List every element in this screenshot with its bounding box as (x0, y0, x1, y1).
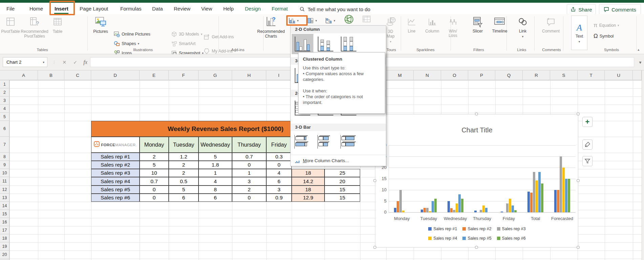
embedded-chart[interactable]: Chart Title 051015202530MondayTuesdayWed… (375, 114, 578, 247)
insert-waterfall-chart-button[interactable]: ▾ (325, 17, 335, 24)
row-header-1[interactable]: 1 (0, 80, 9, 88)
timeline-button[interactable]: Timeline (488, 16, 512, 34)
name-box[interactable]: Chart 2 ▾ (3, 57, 47, 67)
shapes-button[interactable]: Shapes▾ (114, 40, 139, 47)
value-cell[interactable]: 3 (266, 186, 292, 194)
row-header-9[interactable]: 9 (0, 161, 9, 169)
value-cell[interactable]: 0 (232, 161, 266, 169)
value-cell[interactable]: 4 (266, 169, 292, 177)
value-cell[interactable]: 2 (169, 161, 199, 169)
row-header-4[interactable]: 4 (0, 105, 9, 113)
3d-stacked-100-bar-option[interactable] (338, 132, 359, 152)
column-header-F[interactable]: F (169, 70, 199, 80)
chart-title[interactable]: Chart Title (375, 126, 579, 134)
column-header-M[interactable]: M (386, 70, 414, 80)
value-cell[interactable]: 2 (169, 169, 199, 177)
chart-selection-handle[interactable] (373, 179, 376, 182)
column-header-U[interactable]: U (605, 70, 633, 80)
insert-maps-button[interactable] (344, 16, 354, 23)
rep-label-cell[interactable]: Sales rep #2 (91, 161, 140, 169)
pivottable-button[interactable]: PivotTable (1, 16, 20, 34)
symbol-button[interactable]: ΩSymbol (594, 32, 614, 40)
vertical-scrollbar[interactable] (642, 70, 644, 260)
column-header-B[interactable]: B (38, 70, 64, 80)
row-header-13[interactable]: 13 (0, 194, 9, 202)
text-group-button[interactable]: AText▾ (571, 16, 587, 50)
column-header-I[interactable]: I (266, 70, 292, 80)
column-header-C[interactable]: C (64, 70, 91, 80)
value-cell[interactable]: 0 (266, 161, 292, 169)
comments-button[interactable]: Comments (599, 4, 641, 15)
row-header-3[interactable]: 3 (0, 96, 9, 105)
row-header-8[interactable]: 8 (0, 153, 9, 161)
comment-button[interactable]: Comment (539, 16, 562, 34)
column-header-O[interactable]: O (441, 70, 468, 80)
insert-function-button[interactable]: fx (81, 57, 90, 67)
row-header-partial[interactable] (0, 259, 9, 260)
value-cell[interactable]: 10 (140, 169, 169, 177)
row-header-6[interactable]: 6 (0, 121, 9, 137)
column-header-P[interactable]: P (468, 70, 495, 80)
rep-label-cell[interactable]: Sales rep #5 (91, 186, 140, 194)
forecast-cell[interactable]: 25 (325, 169, 360, 177)
recommended-pivottables-button[interactable]: ?RecommendedPivotTables (20, 16, 49, 39)
row-header-5[interactable]: 5 (0, 113, 9, 121)
total-cell[interactable]: 14.2 (292, 177, 325, 186)
tell-me-search[interactable]: Tell me what you want to do (299, 5, 370, 13)
menu-tab-design[interactable]: Design (245, 5, 261, 13)
value-cell[interactable]: 0.9 (266, 194, 292, 202)
row-header-15[interactable]: 15 (0, 210, 9, 218)
forecast-cell[interactable]: 20 (325, 177, 360, 186)
column-header-D[interactable]: D (91, 70, 140, 80)
value-cell[interactable]: 5 (169, 186, 199, 194)
chart-selection-handle[interactable] (475, 112, 478, 115)
stacked-100-column-option[interactable] (338, 34, 359, 54)
column-header-E[interactable]: E (140, 70, 169, 80)
value-cell[interactable]: 1.2 (169, 153, 199, 161)
value-cell[interactable]: 2 (232, 186, 266, 194)
total-cell[interactable]: 12.9 (292, 194, 325, 202)
sparkline-line-button[interactable]: Line (404, 16, 419, 34)
menu-tab-file[interactable]: File (6, 5, 15, 13)
row-header-14[interactable]: 14 (0, 202, 9, 210)
menu-tab-home[interactable]: Home (29, 5, 43, 13)
cancel-button[interactable]: ✕ (60, 57, 69, 67)
value-cell[interactable]: 0.5 (169, 177, 199, 186)
recommended-charts-button[interactable]: ?RecommendedCharts (253, 16, 289, 39)
row-header-12[interactable]: 12 (0, 186, 9, 194)
chart-selection-handle[interactable] (475, 246, 478, 249)
sparkline-column-button[interactable]: Column (422, 16, 442, 34)
name-box-dropdown-icon[interactable]: ▾ (43, 61, 44, 64)
menu-tab-page-layout[interactable]: Page Layout (80, 5, 108, 13)
row-header-19[interactable]: 19 (0, 242, 9, 251)
menu-tab-view[interactable]: View (201, 5, 212, 13)
chart-selection-handle[interactable] (373, 246, 376, 249)
column-header-S[interactable]: S (550, 70, 578, 80)
rep-label-cell[interactable]: Sales rep #4 (91, 177, 140, 186)
share-button[interactable]: Share (567, 4, 596, 15)
online-pictures-button[interactable]: Online Pictures (114, 30, 150, 38)
column-header-G[interactable]: G (199, 70, 232, 80)
3d-models-button[interactable]: 3D Models▾ (171, 30, 202, 38)
column-header-Q[interactable]: Q (495, 70, 523, 80)
chart-selection-handle[interactable] (577, 179, 580, 182)
menu-tab-review[interactable]: Review (174, 5, 190, 13)
row-header-2[interactable]: 2 (0, 88, 9, 96)
column-header-T[interactable]: T (578, 70, 605, 80)
value-cell[interactable]: 6 (266, 177, 292, 186)
collapse-ribbon-icon[interactable]: ▴ (638, 47, 640, 52)
chart-filters-button[interactable] (582, 156, 593, 166)
column-header-A[interactable]: A (9, 70, 38, 80)
value-cell[interactable]: 1 (199, 169, 232, 177)
pictures-button[interactable]: Pictures (89, 16, 112, 34)
chart-selection-handle[interactable] (577, 246, 580, 249)
value-cell[interactable]: 3 (232, 177, 266, 186)
row-header-17[interactable]: 17 (0, 226, 9, 234)
forecast-cell[interactable]: 15 (325, 186, 360, 194)
more-column-charts-item[interactable]: More Column Charts... (291, 155, 386, 166)
slicer-button[interactable]: Slicer (469, 16, 487, 34)
my-add-ins-button[interactable]: My Add-ins▾ (203, 47, 236, 55)
menu-tab-help[interactable]: Help (223, 5, 234, 13)
total-cell[interactable]: 18 (292, 169, 325, 177)
equation-button[interactable]: πEquation▾ (594, 22, 619, 29)
